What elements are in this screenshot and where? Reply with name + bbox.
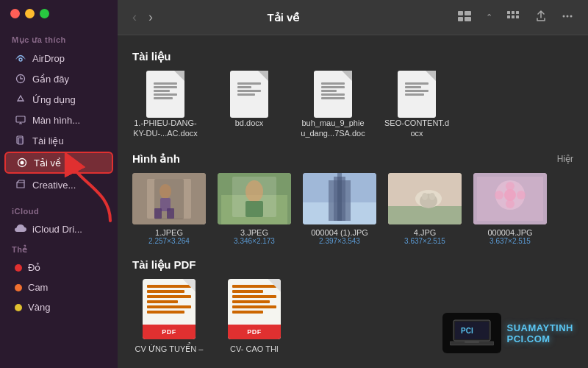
toolbar-title: Tải về	[165, 11, 402, 24]
svg-point-40	[422, 193, 428, 200]
pdf-section: Tài liệu PDF PDF	[132, 258, 573, 354]
image-thumbnail	[303, 173, 376, 224]
sidebar-item-tag-orange[interactable]: Cam	[4, 278, 113, 297]
list-item[interactable]: PDF CV ỨNG TUYỂN –	[132, 279, 206, 354]
svg-point-41	[429, 193, 435, 200]
file-browser-content[interactable]: Tài liệu 1.-PHIEU-DANG-KY-DU-...AC.docx	[118, 35, 588, 368]
downloads-icon	[16, 157, 28, 169]
list-item[interactable]: 000004.JPG 3.637×2.515	[473, 173, 547, 245]
document-icon	[314, 71, 352, 118]
sidebar-item-tag-red[interactable]: Đỏ	[4, 258, 113, 277]
svg-rect-14	[507, 15, 510, 18]
sidebar-item-icloud-drive[interactable]: iCloud Dri...	[4, 219, 113, 238]
sidebar-item-documents[interactable]: Tài liệu	[4, 131, 113, 150]
sidebar-item-apps-label: Ứng dụng	[32, 94, 76, 105]
image-dimensions: 3.637×2.515	[404, 237, 445, 245]
list-item[interactable]: 000004 (1).JPG 2.397×3.543	[303, 173, 376, 245]
svg-rect-4	[18, 138, 23, 144]
svg-rect-25	[167, 208, 174, 219]
pdf-label: CV ỨNG TUYỂN –	[135, 344, 204, 354]
share-button[interactable]	[531, 8, 551, 27]
toolbar-actions: ⌃	[453, 8, 578, 27]
icloud-icon	[15, 223, 26, 235]
sort-button[interactable]: ⌃	[481, 8, 497, 27]
list-item[interactable]: SEO-CONTENT.docx	[384, 71, 450, 139]
nav-buttons: ‹ ›	[128, 8, 157, 26]
image-dimensions: 3.637×2.515	[490, 237, 531, 245]
grid-view-button[interactable]	[503, 8, 525, 27]
sidebar: Mục ưa thích AirDrop Gần đây	[0, 0, 118, 368]
icloud-section-label: iCloud	[0, 201, 118, 219]
minimize-button[interactable]	[25, 9, 35, 18]
documents-row: 1.-PHIEU-DANG-KY-DU-...AC.docx bd.docx	[132, 71, 573, 139]
svg-rect-37	[388, 206, 462, 224]
image-thumbnail	[473, 173, 547, 224]
sidebar-item-desktop-label: Màn hình...	[32, 115, 80, 126]
recent-icon	[15, 73, 26, 85]
creative-icon	[15, 179, 26, 191]
svg-rect-23	[160, 198, 171, 211]
document-icon	[398, 71, 436, 118]
sidebar-item-airdrop[interactable]: AirDrop	[4, 49, 113, 68]
document-label: bd.docx	[235, 118, 264, 128]
sidebar-item-airdrop-label: AirDrop	[32, 53, 65, 64]
show-more-button[interactable]: Hiệr	[557, 154, 573, 164]
pdf-document-icon: PDF	[228, 279, 281, 339]
airdrop-icon	[15, 52, 26, 64]
svg-point-47	[517, 191, 526, 199]
svg-point-0	[19, 58, 22, 61]
forward-button[interactable]: ›	[144, 8, 157, 26]
list-item[interactable]: 4.JPG 3.637×2.515	[388, 173, 462, 245]
svg-rect-8	[465, 11, 471, 15]
view-toggle-button[interactable]	[453, 8, 476, 27]
svg-rect-35	[337, 173, 342, 221]
list-item[interactable]: PDF CV- CAO THI	[218, 279, 291, 354]
pdf-badge: PDF	[228, 325, 281, 339]
sidebar-item-desktop[interactable]: Màn hình...	[4, 110, 113, 130]
svg-rect-11	[507, 11, 510, 14]
list-item[interactable]: bd.docx	[216, 71, 282, 139]
sidebar-item-tag-red-label: Đỏ	[28, 262, 40, 273]
image-label: 000004.JPG	[487, 228, 532, 237]
svg-rect-10	[465, 17, 471, 21]
sidebar-item-creative-label: Creative...	[32, 180, 76, 191]
images-row: 1.JPEG 2.257×3.264	[132, 173, 573, 245]
documents-icon	[15, 135, 26, 146]
sidebar-item-apps[interactable]: Ứng dụng	[4, 90, 113, 109]
sidebar-item-downloads-label: Tải về	[34, 158, 61, 169]
favorites-section-label: Mục ưa thích	[0, 29, 118, 48]
svg-point-22	[159, 184, 171, 199]
image-label: 1.JPEG	[155, 228, 183, 237]
pdf-badge: PDF	[143, 325, 196, 339]
image-dimensions: 2.397×3.543	[319, 237, 360, 245]
images-section-title: Hình ảnh	[132, 152, 180, 166]
image-thumbnail	[218, 173, 291, 224]
sidebar-item-tag-yellow[interactable]: Vàng	[4, 298, 113, 316]
close-button[interactable]	[10, 9, 20, 18]
list-item[interactable]: 3.JPEG 3.346×2.173	[218, 173, 291, 245]
back-button[interactable]: ‹	[128, 8, 141, 26]
list-item[interactable]: buh_mau_9_phieu_dang...7SA.doc	[300, 71, 366, 139]
svg-point-45	[504, 189, 516, 201]
sidebar-item-creative[interactable]: Creative...	[4, 175, 113, 194]
pdf-document-icon: PDF	[143, 279, 196, 339]
sidebar-item-tag-yellow-label: Vàng	[28, 302, 50, 313]
sidebar-item-downloads[interactable]: Tải về	[4, 152, 113, 174]
fullscreen-button[interactable]	[40, 9, 49, 18]
list-item[interactable]: 1.JPEG 2.257×3.264	[132, 173, 206, 245]
documents-section-header: Tài liệu	[132, 50, 573, 63]
svg-point-18	[567, 15, 569, 17]
traffic-lights	[10, 9, 49, 18]
image-label: 4.JPG	[414, 228, 437, 237]
images-section-header: Hình ảnh Hiệr	[132, 152, 573, 166]
image-label: 000004 (1).JPG	[311, 228, 368, 237]
more-button[interactable]	[557, 8, 578, 27]
image-thumbnail	[132, 173, 206, 224]
sidebar-item-recent[interactable]: Gần đây	[4, 69, 113, 88]
svg-rect-13	[516, 11, 519, 14]
svg-rect-15	[512, 15, 514, 18]
list-item[interactable]: 1.-PHIEU-DANG-KY-DU-...AC.docx	[132, 71, 198, 139]
image-thumbnail	[388, 173, 462, 224]
tag-orange-dot	[15, 284, 22, 291]
svg-rect-12	[512, 11, 514, 14]
